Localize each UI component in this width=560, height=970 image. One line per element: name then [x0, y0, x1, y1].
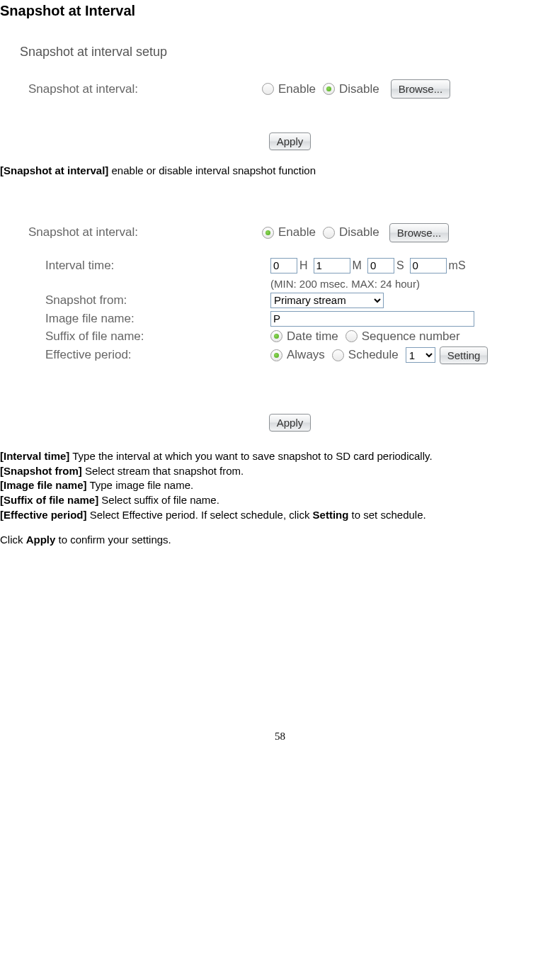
d2-t5b: to set schedule.: [348, 509, 425, 521]
d2-k3: [Image file name]: [0, 479, 87, 491]
radio-icon: [323, 227, 335, 239]
d2-t1: Type the interval at which you want to s…: [69, 450, 432, 462]
radio-label: Date time: [287, 329, 338, 344]
interval-time-label: Interval time:: [20, 259, 270, 273]
setup-panel-2: Snapshot at interval: Enable Disable Bro…: [20, 223, 560, 432]
d2-t3: Type image file name.: [87, 479, 194, 491]
snapshot-disable-radio[interactable]: Disable: [323, 82, 379, 96]
snapshot-interval-label: Snapshot at interval:: [20, 82, 262, 96]
snapshot-from-label: Snapshot from:: [20, 293, 270, 308]
interval-h-input[interactable]: [270, 258, 297, 273]
snapshot-enable-radio[interactable]: Enable: [262, 225, 316, 239]
final-apply: Apply: [26, 534, 56, 546]
radio-icon: [270, 330, 282, 342]
radio-label: Always: [287, 348, 325, 362]
panel1-heading: Snapshot at interval setup: [20, 45, 560, 60]
d2-t2: Select stream that snapshot from.: [82, 465, 244, 477]
setting-button[interactable]: Setting: [440, 346, 488, 364]
interval-s-input[interactable]: [367, 258, 394, 273]
page-number: 58: [0, 731, 560, 754]
radio-icon: [262, 83, 274, 95]
desc1-text: enable or disable interval snapshot func…: [108, 164, 316, 176]
snapshot-from-select[interactable]: Primary stream: [270, 293, 384, 308]
suffix-label: Suffix of file name:: [20, 329, 270, 344]
effective-schedule-radio[interactable]: Schedule: [332, 348, 399, 362]
d2-t5: Select Effective period. If select sched…: [87, 509, 313, 521]
d2-k1: [Interval time]: [0, 450, 69, 462]
d2-setting: Setting: [313, 509, 349, 521]
radio-icon: [323, 83, 335, 95]
interval-ms-input[interactable]: [410, 258, 447, 273]
d2-t4: Select suffix of file name.: [98, 494, 219, 506]
d2-k4: [Suffix of file name]: [0, 494, 98, 506]
final-1: Click: [0, 534, 26, 546]
suffix-sequence-radio[interactable]: Sequence number: [345, 329, 460, 344]
page-title: Snapshot at Interval: [0, 3, 560, 19]
unit-h: H: [299, 259, 308, 272]
image-filename-input[interactable]: [270, 311, 474, 327]
image-filename-label: Image file name:: [20, 312, 270, 326]
apply-button[interactable]: Apply: [269, 414, 312, 432]
unit-m: M: [353, 259, 362, 272]
radio-label: Schedule: [348, 348, 399, 362]
radio-label: Enable: [278, 225, 316, 239]
snapshot-interval-label: Snapshot at interval:: [20, 225, 262, 239]
browse-button[interactable]: Browse...: [391, 79, 451, 98]
radio-icon: [270, 349, 282, 361]
unit-ms: mS: [449, 259, 466, 272]
radio-label: Enable: [278, 82, 316, 96]
radio-icon: [332, 349, 344, 361]
schedule-select[interactable]: 1: [406, 347, 435, 363]
interval-m-input[interactable]: [314, 258, 350, 273]
radio-icon: [262, 227, 274, 239]
radio-label: Disable: [339, 225, 379, 239]
final-2: to confirm your settings.: [55, 534, 171, 546]
browse-button[interactable]: Browse...: [389, 223, 450, 242]
radio-label: Sequence number: [362, 329, 460, 344]
apply-button[interactable]: Apply: [269, 132, 312, 150]
d2-k5: [Effective period]: [0, 509, 87, 521]
desc1-key: [Snapshot at interval]: [0, 164, 108, 176]
snapshot-disable-radio[interactable]: Disable: [323, 225, 379, 239]
unit-s: S: [396, 259, 404, 272]
radio-icon: [345, 330, 358, 342]
effective-period-label: Effective period:: [20, 348, 270, 362]
interval-hint: (MIN: 200 msec. MAX: 24 hour): [270, 278, 420, 290]
suffix-datetime-radio[interactable]: Date time: [270, 329, 338, 344]
effective-always-radio[interactable]: Always: [270, 348, 325, 362]
d2-k2: [Snapshot from]: [0, 465, 82, 477]
radio-label: Disable: [339, 82, 379, 96]
setup-panel-1: Snapshot at interval setup Snapshot at i…: [20, 45, 560, 150]
snapshot-enable-radio[interactable]: Enable: [262, 82, 316, 96]
